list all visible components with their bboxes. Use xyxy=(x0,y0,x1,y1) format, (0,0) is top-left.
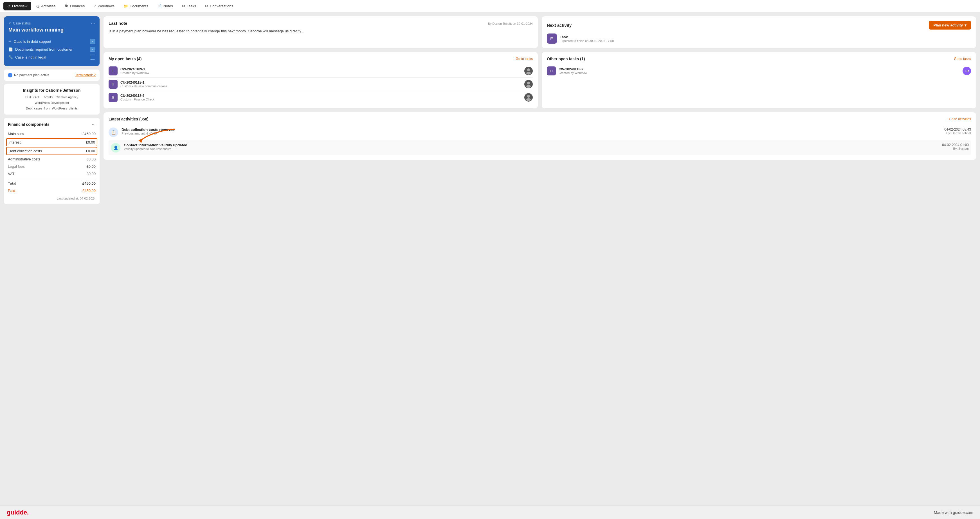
nav-item-documents[interactable]: 📁 Documents xyxy=(119,2,152,10)
documents-required-checkbox[interactable]: ✓ xyxy=(90,47,95,52)
total-value: £450.00 xyxy=(83,181,95,185)
activity-date-0: 04-02-2024 08:43 xyxy=(944,128,971,131)
activity-task-label: Task xyxy=(560,35,614,39)
insights-title: Insights for Osborne Jefferson xyxy=(8,88,95,93)
activity-sub-0: Previous amount: € 40,00 xyxy=(121,132,941,135)
top-right-row: Last note By Darren Tebbitt on 30-01-202… xyxy=(103,16,976,48)
debt-collection-value: £0.00 xyxy=(86,149,95,153)
nav-item-finances[interactable]: 🏛 Finances xyxy=(60,2,89,10)
activity-title-0: Debt collection costs removed xyxy=(121,128,941,132)
activity-date-1: 04-02-2024 01:00 xyxy=(942,143,969,147)
tag-brandit: branDiT Creative Agency xyxy=(42,95,80,99)
tag-debt-cases: Debt_cases_from_WordPress_clients xyxy=(24,106,80,110)
plan-btn-label: Plan new activity xyxy=(933,23,963,27)
admin-costs-label: Administrative costs xyxy=(8,157,40,161)
my-task-label-1: CU-20240118-1 xyxy=(120,80,167,85)
tasks-row: My open tasks (4) Go to tasks ⊟ CW-20240… xyxy=(103,52,976,109)
my-task-item-2: ⊟ CU-20240118-2 Custom - Finance Check xyxy=(108,91,533,104)
my-task-sub-2: Custom - Finance Check xyxy=(120,97,154,101)
not-in-legal-checkbox[interactable] xyxy=(90,54,95,60)
nav-item-activities[interactable]: ◷ Activities xyxy=(32,2,59,10)
overview-icon: ⊙ xyxy=(7,4,10,8)
other-tasks-title: Other open tasks (1) xyxy=(547,57,585,61)
terminated-link[interactable]: Terminated: 2 xyxy=(75,73,95,77)
interest-value: £0.00 xyxy=(86,140,95,144)
nav-item-tasks[interactable]: ✉ Tasks xyxy=(178,2,200,10)
tag-wordpress: WordPress Development xyxy=(33,101,71,105)
insights-section: Insights for Osborne Jefferson BDTBG71 b… xyxy=(4,84,100,115)
made-with-text: Made with guidde.com xyxy=(934,510,973,515)
financial-row-legal: Legal fees £0.00 xyxy=(8,163,95,170)
last-note-card: Last note By Darren Tebbitt on 30-01-202… xyxy=(103,16,538,48)
my-task-avatar-0 xyxy=(524,67,533,75)
nav-item-notes[interactable]: 📄 Notes xyxy=(153,2,177,10)
financial-row-mainsum: Main sum £450.00 xyxy=(8,130,95,137)
my-tasks-go-link[interactable]: Go to tasks xyxy=(515,57,533,61)
nav-item-overview[interactable]: ⊙ Overview xyxy=(3,2,31,10)
my-task-icon-2: ⊟ xyxy=(108,93,118,102)
legal-fees-value: £0.00 xyxy=(86,164,95,169)
my-task-label-2: CU-20240118-2 xyxy=(120,94,154,97)
nav-label-activities: Activities xyxy=(41,4,56,8)
nav-item-conversations[interactable]: ✉ Conversations xyxy=(201,2,237,10)
left-column: ··· ✳ Case status Main workflow running … xyxy=(4,16,100,501)
admin-costs-value: £0.00 xyxy=(86,157,95,161)
nav-label-workflows: Workflows xyxy=(98,4,115,8)
other-task-item-0: ⊟ CW-20240118-2 Created by Workflow LR xyxy=(547,64,971,77)
case-status-title: ✳ Case status xyxy=(8,21,95,26)
debt-collection-label: Debt collection costs xyxy=(8,149,42,153)
last-note-body: Is in a payment plan however he has requ… xyxy=(108,29,533,34)
activity-title-1: Contact information validity updated xyxy=(124,143,939,147)
case-status-item-debt: ✳ Case is in debt support ✓ xyxy=(8,37,95,45)
case-status-more-button[interactable]: ··· xyxy=(91,21,95,26)
activities-go-link[interactable]: Go to activities xyxy=(949,117,971,121)
asterisk-icon: ✳ xyxy=(8,21,11,26)
debt-support-icon: ✳ xyxy=(8,39,11,44)
nav-item-workflows[interactable]: ⑂ Workflows xyxy=(90,2,118,10)
svg-point-5 xyxy=(526,98,531,101)
activities-title: Latest activities (358) xyxy=(108,117,148,121)
mainsum-value: £450.00 xyxy=(83,132,95,136)
other-open-tasks-card: Other open tasks (1) Go to tasks ⊟ CW-20… xyxy=(542,52,976,109)
payment-label-text: No payment plan active xyxy=(14,73,49,77)
other-task-sub-0: Created by Workflow xyxy=(558,71,587,75)
svg-point-4 xyxy=(527,95,530,97)
financial-section: Financial components ··· Main sum £450.0… xyxy=(4,118,100,204)
plan-new-activity-button[interactable]: Plan new activity ▾ xyxy=(929,21,971,30)
documents-icon: 📁 xyxy=(124,4,128,8)
other-tasks-go-link[interactable]: Go to tasks xyxy=(954,57,971,61)
case-status-item-documents: 📄 Documents required from customer ✓ xyxy=(8,45,95,53)
other-task-label-0: CW-20240118-2 xyxy=(558,67,587,71)
top-navigation: ⊙ Overview ◷ Activities 🏛 Finances ⑂ Wor… xyxy=(0,0,980,13)
financial-more-button[interactable]: ··· xyxy=(92,122,95,127)
activity-blue-icon: 📋 xyxy=(108,128,118,137)
payment-plan-section: i No payment plan active Terminated: 2 xyxy=(4,70,100,81)
svg-point-2 xyxy=(527,81,530,85)
documents-required-icon: 📄 xyxy=(8,47,13,51)
mainsum-label: Main sum xyxy=(8,132,24,136)
case-status-card: ··· ✳ Case status Main workflow running … xyxy=(4,16,100,66)
legal-fees-link[interactable]: Legal fees xyxy=(8,164,25,169)
next-activity-item: ⊟ Task Expected to finish on 30-10-2026 … xyxy=(547,34,971,44)
financial-row-debt-collection: Debt collection costs £0.00 xyxy=(6,147,97,155)
activity-task-sub: Expected to finish on 30-10-2026 17:59 xyxy=(560,39,614,43)
finances-icon: 🏛 xyxy=(64,4,68,8)
right-column: Last note By Darren Tebbitt on 30-01-202… xyxy=(103,16,976,501)
debt-support-checkbox[interactable]: ✓ xyxy=(90,39,95,44)
paid-value: £450.00 xyxy=(83,188,95,193)
my-task-icon-1: ⊟ xyxy=(108,80,118,89)
activity-by-1: By: System xyxy=(942,147,969,150)
plan-btn-chevron: ▾ xyxy=(964,23,967,27)
activity-green-icon: 👤 xyxy=(111,143,120,153)
case-status-main: Main workflow running xyxy=(8,27,95,33)
nav-label-conversations: Conversations xyxy=(210,4,233,8)
vat-label: VAT xyxy=(8,172,14,176)
my-open-tasks-card: My open tasks (4) Go to tasks ⊟ CW-20240… xyxy=(103,52,538,109)
main-content: ··· ✳ Case status Main workflow running … xyxy=(0,13,980,506)
activity-by-0: By: Darren Tebbitt xyxy=(944,131,971,135)
paid-label[interactable]: Paid xyxy=(8,188,15,193)
activity-sub-1: Validity updated to Non responsive xyxy=(124,147,939,150)
my-task-item-0: ⊟ CW-20240109-1 Created by Workflow xyxy=(108,64,533,78)
my-task-avatar-1 xyxy=(524,80,533,88)
last-note-title: Last note xyxy=(108,21,127,26)
